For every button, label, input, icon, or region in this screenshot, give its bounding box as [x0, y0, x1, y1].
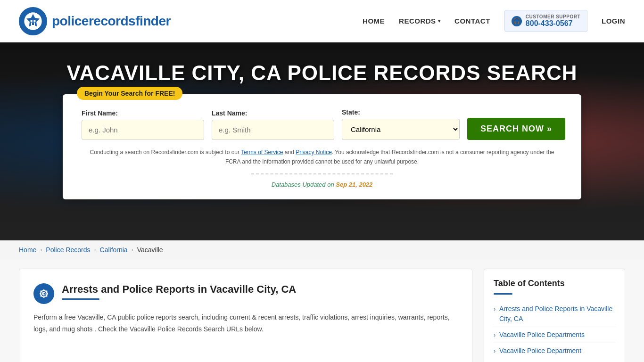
- last-name-input[interactable]: [212, 120, 334, 140]
- main-nav: HOME RECORDS ▾ CONTACT 🎧 CUSTOMER SUPPOR…: [363, 10, 625, 32]
- chevron-down-icon: ▾: [438, 18, 441, 24]
- toc-list: ›Arrests and Police Reports in Vacaville…: [494, 301, 615, 359]
- toc-title: Table of Contents: [494, 279, 615, 288]
- breadcrumb: Home › Police Records › California › Vac…: [0, 240, 644, 259]
- support-text: CUSTOMER SUPPORT 800-433-0567: [526, 14, 580, 28]
- db-updated: Databases Updated on Sep 21, 2022: [82, 181, 562, 188]
- content-area: Arrests and Police Reports in Vacaville …: [0, 259, 644, 362]
- breadcrumb-current: Vacaville: [137, 246, 163, 254]
- toc-item[interactable]: ›Vacaville Police Departments: [494, 327, 615, 343]
- tos-link[interactable]: Terms of Service: [241, 149, 283, 156]
- svg-rect-5: [33, 20, 35, 22]
- badge-icon: [33, 283, 54, 304]
- sidebar: Table of Contents ›Arrests and Police Re…: [484, 269, 625, 362]
- breadcrumb-california[interactable]: California: [100, 246, 128, 254]
- section-title-area: Arrests and Police Reports in Vacaville …: [62, 283, 296, 300]
- first-name-field-group: First Name:: [82, 109, 204, 140]
- toc-item[interactable]: ›Arrests and Police Reports in Vacaville…: [494, 301, 615, 327]
- chevron-right-icon: ›: [494, 347, 495, 355]
- main-content: Arrests and Police Reports in Vacaville …: [19, 269, 472, 362]
- state-field-group: State: AlabamaAlaskaArizonaArkansasCalif…: [342, 108, 460, 140]
- breadcrumb-home[interactable]: Home: [19, 246, 36, 254]
- disclaimer-text: Conducting a search on Recordsfinder.com…: [82, 148, 562, 167]
- breadcrumb-sep-1: ›: [40, 247, 42, 253]
- site-header: policerecordsfinder HOME RECORDS ▾ CONTA…: [0, 0, 644, 42]
- first-name-label: First Name:: [82, 109, 204, 117]
- breadcrumb-police-records[interactable]: Police Records: [46, 246, 90, 254]
- section-body: Perform a free Vacaville, CA public poli…: [33, 312, 458, 335]
- svg-rect-3: [32, 22, 34, 25]
- search-button[interactable]: SEARCH NOW »: [467, 118, 565, 140]
- section-title: Arrests and Police Reports in Vacaville …: [62, 283, 296, 296]
- state-select[interactable]: AlabamaAlaskaArizonaArkansasCaliforniaCo…: [342, 119, 460, 140]
- first-name-input[interactable]: [82, 120, 204, 140]
- toc-divider: [494, 293, 512, 295]
- nav-records[interactable]: RECORDS ▾: [399, 17, 440, 25]
- free-badge: Begin Your Search for FREE!: [77, 87, 182, 100]
- divider: [251, 173, 393, 174]
- svg-rect-4: [31, 20, 33, 22]
- nav-home[interactable]: HOME: [363, 17, 385, 25]
- last-name-label: Last Name:: [212, 109, 334, 117]
- nav-contact[interactable]: CONTACT: [454, 17, 490, 25]
- headset-icon: 🎧: [512, 16, 522, 26]
- logo-text: policerecordsfinder: [52, 14, 171, 29]
- breadcrumb-sep-2: ›: [94, 247, 96, 253]
- chevron-right-icon: ›: [494, 305, 495, 313]
- logo-area[interactable]: policerecordsfinder: [19, 7, 171, 35]
- hero-section: VACAVILLE CITY, CA POLICE RECORDS SEARCH…: [0, 42, 644, 240]
- section-header: Arrests and Police Reports in Vacaville …: [33, 283, 458, 304]
- search-box: Begin Your Search for FREE! First Name: …: [63, 94, 581, 199]
- hero-title: VACAVILLE CITY, CA POLICE RECORDS SEARCH: [57, 61, 586, 85]
- title-underline: [62, 298, 99, 300]
- chevron-right-icon: ›: [494, 331, 495, 339]
- privacy-link[interactable]: Privacy Notice: [296, 149, 332, 156]
- last-name-field-group: Last Name:: [212, 109, 334, 140]
- search-fields: First Name: Last Name: State: AlabamaAla…: [82, 108, 562, 140]
- toc-item[interactable]: ›Vacaville Police Department: [494, 343, 615, 359]
- logo-icon: [19, 7, 47, 35]
- nav-login[interactable]: LOGIN: [602, 17, 625, 25]
- breadcrumb-sep-3: ›: [132, 247, 133, 253]
- customer-support[interactable]: 🎧 CUSTOMER SUPPORT 800-433-0567: [504, 10, 587, 32]
- state-label: State:: [342, 108, 460, 116]
